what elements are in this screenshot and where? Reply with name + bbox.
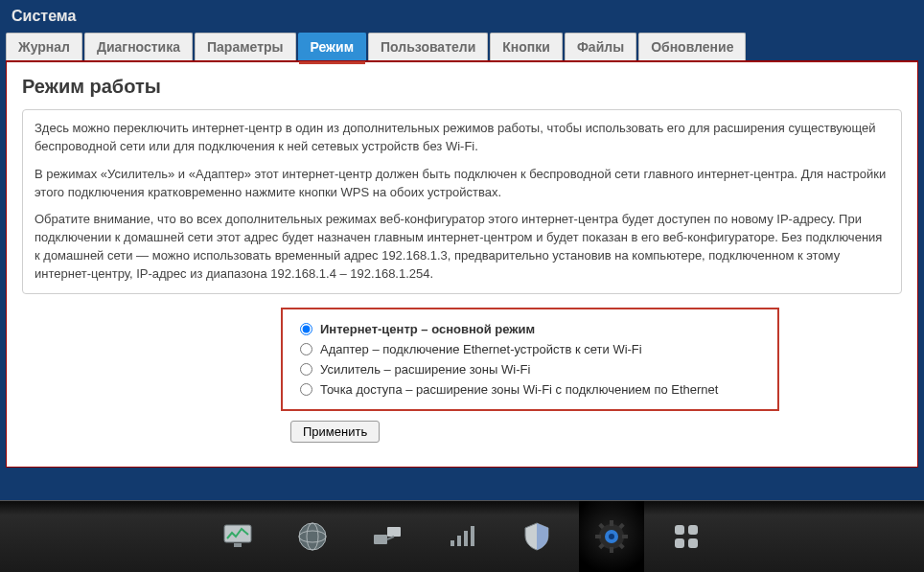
footer-btn-apps[interactable] bbox=[654, 501, 719, 572]
svg-rect-14 bbox=[610, 547, 613, 553]
tab-files[interactable]: Файлы bbox=[565, 33, 636, 60]
description-p2: В режимах «Усилитель» и «Адаптер» этот и… bbox=[35, 166, 889, 202]
tab-update[interactable]: Обновление bbox=[638, 33, 746, 60]
shield-icon bbox=[520, 519, 554, 554]
network-icon bbox=[370, 519, 404, 554]
svg-point-22 bbox=[609, 534, 614, 539]
svg-rect-23 bbox=[675, 525, 684, 535]
svg-rect-9 bbox=[457, 536, 461, 546]
mode-radio-ap[interactable] bbox=[300, 383, 312, 396]
mode-radio-adapter[interactable] bbox=[300, 343, 312, 355]
panel-title: Режим работы bbox=[22, 76, 902, 98]
tab-buttons[interactable]: Кнопки bbox=[490, 33, 563, 60]
mode-option-repeater[interactable]: Усилитель – расширение зоны Wi-Fi bbox=[300, 359, 760, 379]
mode-option-adapter[interactable]: Адаптер – подключение Ethernet-устройств… bbox=[300, 339, 760, 359]
footer-nav bbox=[0, 500, 924, 572]
footer-btn-monitor[interactable] bbox=[205, 501, 270, 572]
mode-selector: Интернет-центр – основной режим Адаптер … bbox=[281, 308, 779, 411]
footer-btn-signal[interactable] bbox=[429, 501, 495, 572]
footer-btn-settings[interactable] bbox=[579, 501, 644, 572]
tabbar: Журнал Диагностика Параметры Режим Польз… bbox=[0, 33, 924, 60]
svg-rect-16 bbox=[622, 535, 628, 538]
tab-diagnostics[interactable]: Диагностика bbox=[84, 33, 193, 60]
apply-button[interactable]: Применить bbox=[290, 421, 380, 443]
page-title: Система bbox=[12, 8, 76, 24]
svg-rect-26 bbox=[688, 538, 698, 548]
tab-parameters[interactable]: Параметры bbox=[195, 33, 296, 60]
tab-journal[interactable]: Журнал bbox=[6, 33, 82, 60]
svg-rect-5 bbox=[374, 535, 387, 544]
svg-rect-15 bbox=[595, 535, 601, 538]
svg-rect-6 bbox=[387, 527, 401, 537]
globe-icon bbox=[295, 519, 330, 554]
svg-point-2 bbox=[299, 523, 326, 550]
svg-rect-11 bbox=[471, 526, 474, 546]
svg-rect-10 bbox=[464, 531, 468, 546]
svg-rect-1 bbox=[234, 543, 242, 547]
mode-option-main[interactable]: Интернет-центр – основной режим bbox=[300, 319, 760, 339]
mode-radio-main[interactable] bbox=[300, 323, 312, 335]
description-p3: Обратите внимание, что во всех дополните… bbox=[35, 211, 889, 283]
mode-radio-repeater[interactable] bbox=[300, 363, 312, 376]
apps-icon bbox=[669, 519, 704, 554]
mode-option-ap[interactable]: Точка доступа – расширение зоны Wi-Fi с … bbox=[300, 379, 760, 400]
content-panel: Режим работы Здесь можно переключить инт… bbox=[6, 60, 918, 468]
gear-icon bbox=[594, 519, 629, 554]
monitor-icon bbox=[220, 519, 255, 554]
svg-rect-13 bbox=[610, 520, 613, 526]
svg-rect-8 bbox=[450, 540, 454, 546]
svg-rect-25 bbox=[675, 538, 684, 548]
signal-icon bbox=[445, 519, 479, 554]
footer-btn-globe[interactable] bbox=[280, 501, 345, 572]
page-header: Система bbox=[0, 0, 924, 33]
svg-rect-24 bbox=[688, 525, 698, 535]
footer-btn-shield[interactable] bbox=[504, 501, 569, 572]
spacer bbox=[0, 468, 924, 500]
tab-mode[interactable]: Режим bbox=[298, 33, 366, 60]
svg-line-7 bbox=[387, 537, 394, 539]
description-p1: Здесь можно переключить интернет-центр в… bbox=[35, 120, 889, 156]
description-box: Здесь можно переключить интернет-центр в… bbox=[22, 109, 902, 294]
footer-btn-network[interactable] bbox=[355, 501, 420, 572]
tab-users[interactable]: Пользователи bbox=[368, 33, 488, 60]
